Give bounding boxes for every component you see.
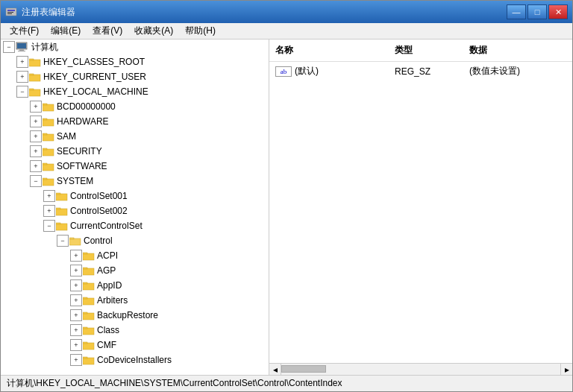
menu-edit[interactable]: 编辑(E) <box>45 23 87 39</box>
title-buttons: — □ ✕ <box>507 4 568 19</box>
scroll-right-btn[interactable]: ▸ <box>560 364 572 375</box>
tree-item-sam[interactable]: + SAM <box>1 129 269 144</box>
expander-cs001[interactable]: + <box>43 190 55 202</box>
folder-icon-arbiters <box>83 296 95 306</box>
svg-rect-42 <box>83 313 94 320</box>
scroll-left-btn[interactable]: ◂ <box>269 364 281 375</box>
tree-item-security[interactable]: + SECURITY <box>1 144 269 159</box>
tree-label-arbiters: Arbiters <box>97 295 128 306</box>
menu-view[interactable]: 查看(V) <box>87 23 128 39</box>
svg-rect-2 <box>7 12 13 13</box>
minimize-button[interactable]: — <box>507 4 526 19</box>
folder-icon-bcd <box>43 102 54 112</box>
tree-item-arbiters[interactable]: + Arbiters <box>1 293 269 308</box>
detail-cell-name: ab (默认) <box>269 64 389 78</box>
tree-item-hkcu[interactable]: + HKEY_CURRENT_USER <box>1 69 269 84</box>
svg-rect-5 <box>17 43 26 48</box>
scroll-track-h[interactable] <box>281 364 560 375</box>
expander-cs002[interactable]: + <box>43 205 55 217</box>
expander-control[interactable]: − <box>57 235 69 247</box>
tree-item-computer[interactable]: − 计算机 <box>1 39 269 54</box>
detail-name-text: (默认) <box>295 65 319 78</box>
svg-rect-15 <box>43 104 47 105</box>
expander-hardware[interactable]: + <box>30 116 42 127</box>
close-button[interactable]: ✕ <box>548 4 568 19</box>
folder-icon-cs002 <box>56 206 68 216</box>
expander-acpi[interactable]: + <box>70 250 82 262</box>
col-header-type: 类型 <box>389 42 463 58</box>
tree-item-cs001[interactable]: + ControlSet001 <box>1 189 269 203</box>
detail-bottom-scrollbar[interactable]: ◂ ▸ <box>269 363 572 375</box>
expander-agp[interactable]: + <box>70 265 82 276</box>
tree-item-hardware[interactable]: + HARDWARE <box>1 114 269 129</box>
tree-scroll[interactable]: − 计算机 + H <box>1 39 269 375</box>
tree-item-cmf[interactable]: + CMF <box>1 338 269 353</box>
tree-label-hardware: HARDWARE <box>57 116 109 127</box>
maximize-button[interactable]: □ <box>527 4 547 19</box>
detail-cell-type: REG_SZ <box>389 66 463 78</box>
tree-label-codeviceinstallers: CoDeviceInstallers <box>97 355 172 365</box>
tree-item-backuprestore[interactable]: + BackupRestore <box>1 308 269 323</box>
tree-label-class: Class <box>97 325 119 335</box>
expander-ccs[interactable]: − <box>43 220 55 232</box>
tree-label-cmf: CMF <box>97 340 116 350</box>
svg-rect-35 <box>83 253 87 254</box>
tree-item-bcd[interactable]: + BCD00000000 <box>1 99 269 114</box>
menu-help[interactable]: 帮助(H) <box>179 23 222 39</box>
expander-appid[interactable]: + <box>70 279 82 291</box>
svg-rect-34 <box>83 253 94 260</box>
folder-icon-hklm <box>29 87 41 97</box>
tree-item-hkcr[interactable]: + HKEY_CLASSES_ROOT <box>1 54 269 69</box>
folder-icon-class <box>83 326 95 335</box>
tree-label-hkcu: HKEY_CURRENT_USER <box>43 72 146 82</box>
svg-rect-29 <box>56 208 60 209</box>
expander-backuprestore[interactable]: + <box>70 309 82 321</box>
col-header-name: 名称 <box>269 42 389 58</box>
svg-rect-1 <box>7 10 15 11</box>
expander-cmf[interactable]: + <box>70 339 82 351</box>
tree-item-hklm[interactable]: − HKEY_LOCAL_MACHINE <box>1 84 269 99</box>
tree-item-control[interactable]: − Control <box>1 233 269 248</box>
svg-rect-18 <box>43 134 54 141</box>
svg-rect-26 <box>56 194 67 200</box>
tree-item-agp[interactable]: + AGP <box>1 263 269 278</box>
folder-icon-codeviceinstallers <box>83 355 95 365</box>
expander-arbiters[interactable]: + <box>70 294 82 306</box>
detail-row-default[interactable]: ab (默认) REG_SZ (数值未设置) <box>269 62 572 80</box>
tree-item-class[interactable]: + Class <box>1 323 269 338</box>
tree-label-appid: AppID <box>97 280 122 291</box>
tree-item-software[interactable]: + SOFTWARE <box>1 159 269 174</box>
svg-rect-25 <box>43 178 47 180</box>
col-header-data: 数据 <box>463 42 572 58</box>
tree-item-ccs[interactable]: − CurrentControlSet <box>1 218 269 233</box>
tree-label-sam: SAM <box>57 131 76 142</box>
tree-item-system[interactable]: − SYSTEM <box>1 174 269 189</box>
expander-hkcu[interactable]: + <box>16 71 28 83</box>
menu-file[interactable]: 文件(F) <box>4 23 45 39</box>
expander-bcd[interactable]: + <box>30 101 42 113</box>
title-bar-left: 注册表编辑器 <box>5 6 75 19</box>
tree-item-codeviceinstallers[interactable]: + CoDeviceInstallers <box>1 353 269 367</box>
expander-hkcr[interactable]: + <box>16 56 28 68</box>
folder-icon-software <box>43 162 54 171</box>
detail-scroll-area[interactable]: ab (默认) REG_SZ (数值未设置) <box>269 62 572 363</box>
tree-item-appid[interactable]: + AppID <box>1 278 269 293</box>
regedit-window: 注册表编辑器 — □ ✕ 文件(F) 编辑(E) 查看(V) 收藏夹(A) 帮助… <box>0 0 573 392</box>
expander-sam[interactable]: + <box>30 130 42 142</box>
scroll-thumb-h[interactable] <box>281 365 326 373</box>
svg-rect-3 <box>7 13 12 14</box>
tree-label-cs001: ControlSet001 <box>70 191 128 201</box>
expander-security[interactable]: + <box>30 145 42 157</box>
svg-rect-11 <box>29 74 34 75</box>
tree-item-cs002[interactable]: + ControlSet002 <box>1 203 269 218</box>
folder-icon-agp <box>83 266 95 276</box>
expander-class[interactable]: + <box>70 324 82 336</box>
svg-rect-49 <box>83 357 87 358</box>
tree-item-acpi[interactable]: + ACPI <box>1 248 269 263</box>
expander-software[interactable]: + <box>30 160 42 172</box>
menu-favorites[interactable]: 收藏夹(A) <box>128 23 179 39</box>
expander-codeviceinstallers[interactable]: + <box>70 354 82 366</box>
expander-computer[interactable]: − <box>3 41 15 53</box>
expander-system[interactable]: − <box>30 175 42 187</box>
expander-hklm[interactable]: − <box>16 86 28 98</box>
